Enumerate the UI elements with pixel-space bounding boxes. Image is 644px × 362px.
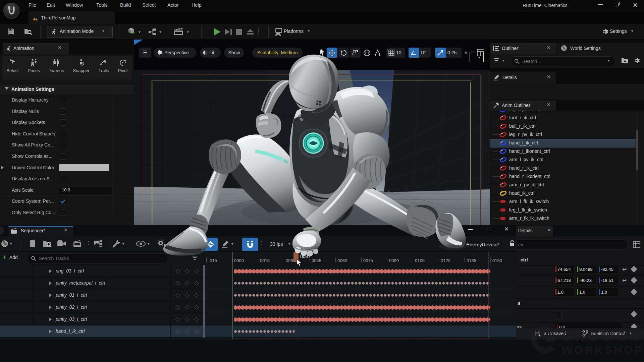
svg-text:GNOMON: GNOMON <box>562 329 642 344</box>
svg-text:WORKSHOP: WORKSHOP <box>562 344 644 356</box>
